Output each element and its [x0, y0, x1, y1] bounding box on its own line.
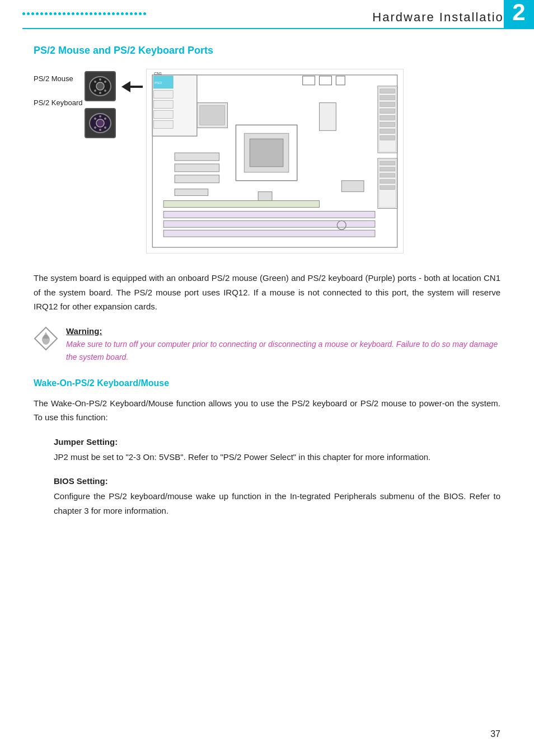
warning-box: Warning: Make sure to turn off your comp… — [34, 326, 500, 364]
svg-rect-45 — [175, 175, 220, 183]
bios-setting-text: Configure the PS/2 keyboard/mouse wake u… — [54, 489, 500, 518]
svg-rect-27 — [380, 115, 395, 120]
svg-rect-48 — [164, 220, 376, 227]
warning-icon — [34, 326, 58, 351]
jumper-setting-text: JP2 must be set to "2-3 On: 5VSB". Refer… — [54, 450, 500, 464]
page-number: 37 — [490, 729, 500, 739]
svg-point-5 — [104, 90, 106, 92]
svg-point-10 — [94, 118, 96, 120]
svg-rect-46 — [175, 189, 209, 196]
section-title: PS/2 Mouse and PS/2 Keyboard Ports — [34, 45, 500, 57]
svg-rect-23 — [380, 89, 395, 93]
svg-point-13 — [104, 126, 106, 129]
svg-rect-19 — [320, 76, 332, 85]
subsection-body-text: The Wake-On-PS/2 Keyboard/Mouse function… — [34, 396, 500, 425]
svg-rect-52 — [320, 103, 336, 131]
svg-point-2 — [94, 81, 96, 83]
svg-point-7 — [99, 92, 101, 94]
svg-rect-18 — [303, 76, 315, 85]
svg-rect-58 — [154, 101, 174, 109]
svg-rect-35 — [380, 173, 395, 177]
header-dots — [22, 12, 146, 15]
bios-setting-title: BIOS Setting: — [54, 476, 500, 486]
svg-rect-47 — [164, 211, 376, 218]
svg-point-6 — [99, 78, 101, 81]
svg-rect-37 — [380, 186, 395, 190]
svg-rect-29 — [380, 129, 395, 133]
diagram-area: PS/2 Mouse PS/2 Keyboard — [34, 69, 500, 255]
svg-point-15 — [99, 129, 101, 131]
svg-text:CN1: CN1 — [154, 72, 162, 76]
bios-setting-block: BIOS Setting: Configure the PS/2 keyboar… — [34, 476, 500, 518]
svg-rect-30 — [380, 135, 395, 140]
svg-text:PS/2: PS/2 — [155, 81, 163, 84]
chapter-number: 2 — [504, 0, 534, 29]
warning-title: Warning: — [66, 326, 500, 336]
svg-rect-53 — [259, 192, 273, 201]
svg-rect-34 — [380, 167, 395, 171]
jumper-setting-title: Jumper Setting: — [54, 437, 500, 447]
svg-marker-16 — [121, 81, 143, 92]
ps2-mouse-label: PS/2 Mouse — [34, 74, 73, 83]
svg-rect-36 — [380, 180, 395, 184]
svg-point-14 — [99, 115, 101, 118]
ps2-keyboard-label: PS/2 Keyboard — [34, 98, 82, 107]
svg-marker-65 — [43, 332, 49, 339]
svg-point-11 — [104, 118, 106, 120]
svg-point-9 — [96, 119, 104, 127]
warning-text: Make sure to turn off your computer prio… — [66, 338, 500, 364]
svg-rect-33 — [380, 161, 395, 165]
svg-point-3 — [104, 81, 106, 83]
subsection-title: Wake-On-PS/2 Keyboard/Mouse — [34, 378, 500, 388]
svg-rect-40 — [250, 139, 284, 167]
ps2-keyboard-port-icon — [87, 111, 113, 135]
svg-rect-49 — [164, 230, 376, 237]
svg-rect-59 — [154, 111, 174, 119]
svg-point-4 — [94, 90, 96, 92]
svg-rect-51 — [342, 181, 364, 192]
page-content: PS/2 Mouse and PS/2 Keyboard Ports PS/2 … — [0, 29, 534, 552]
svg-point-12 — [94, 126, 96, 129]
svg-point-1 — [96, 82, 104, 90]
svg-rect-43 — [175, 153, 220, 161]
svg-rect-60 — [154, 120, 174, 128]
body-text: The system board is equipped with an onb… — [34, 271, 500, 314]
motherboard-diagram: PS/2 CN1 — [146, 69, 500, 255]
page-header: Hardware Installation 2 — [22, 0, 512, 29]
svg-rect-25 — [380, 102, 395, 107]
svg-rect-50 — [164, 201, 320, 208]
jumper-setting-block: Jumper Setting: JP2 must be set to "2-3 … — [34, 437, 500, 464]
ps2-mouse-port-icon — [87, 74, 113, 98]
svg-rect-24 — [380, 96, 395, 100]
warning-content: Warning: Make sure to turn off your comp… — [66, 326, 500, 364]
arrow-icon — [121, 80, 143, 93]
svg-rect-44 — [175, 164, 220, 172]
svg-rect-20 — [336, 76, 345, 85]
svg-rect-28 — [380, 122, 395, 126]
svg-rect-42 — [200, 106, 225, 125]
svg-rect-57 — [154, 91, 174, 98]
header-title: Hardware Installation — [372, 10, 512, 28]
svg-rect-26 — [380, 109, 395, 114]
